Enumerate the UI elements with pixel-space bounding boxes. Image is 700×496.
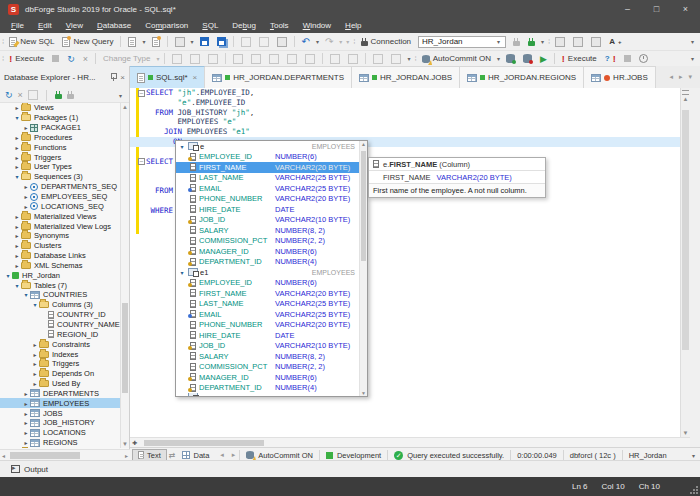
tree-expander-icon[interactable]: ▸ [31, 380, 39, 387]
tree-item-triggers[interactable]: ▸Triggers [0, 359, 121, 369]
tree-item-indexes[interactable]: ▸Indexes [0, 349, 121, 359]
tree-horizontal-scrollbar[interactable]: ◂ ▸ [0, 449, 130, 460]
menu-database[interactable]: Database [90, 18, 138, 33]
scroll-up-icon[interactable]: ▲ [681, 96, 690, 102]
popup-column-e1-department-id[interactable]: DEPARTMENT_IDNUMBER(4) [176, 383, 367, 394]
new-document-button[interactable] [124, 37, 140, 47]
tree-item-constraints[interactable]: ▸Constraints [0, 339, 121, 349]
popup-column-e-phone-number[interactable]: PHONE_NUMBERVARCHAR2(20 BYTE) [176, 194, 367, 205]
popup-column-e1-hire-date[interactable]: HIRE_DATEDATE [176, 330, 367, 341]
menu-file[interactable]: File [4, 18, 31, 33]
tree-item-materialized-view-logs[interactable]: ▸Materialized View Logs [0, 221, 121, 231]
menu-view[interactable]: View [59, 18, 90, 33]
tree-item-regions[interactable]: ▸REGIONS [0, 438, 121, 448]
tree-item-procedures[interactable]: ▸Procedures [0, 133, 121, 143]
tree-expander-icon[interactable]: ▸ [31, 341, 39, 348]
popup-column-e-manager-id[interactable]: MANAGER_IDNUMBER(6) [176, 246, 367, 257]
splitter-handle[interactable] [682, 90, 689, 95]
tree-item-views[interactable]: ▸Views [0, 103, 121, 113]
popup-column-e-commission-pct[interactable]: COMMISSION_PCTNUMBER(2, 2) [176, 236, 367, 247]
tree-item-country-id[interactable]: COUNTRY_ID [0, 310, 121, 320]
attach-button[interactable] [171, 37, 189, 47]
tree-item-jobs[interactable]: ▸JOBS [0, 408, 121, 418]
redo-button[interactable]: ↷ [321, 37, 337, 47]
menu-edit[interactable]: Edit [31, 18, 59, 33]
tree-expander-icon[interactable]: ▸ [13, 104, 21, 111]
tree-item-job-history[interactable]: ▸JOB_HISTORY [0, 418, 121, 428]
stop-execution-button[interactable] [48, 55, 63, 62]
change-type-button[interactable]: Change Type [99, 54, 154, 63]
popup-column-e1-phone-number[interactable]: PHONE_NUMBERVARCHAR2(20 BYTE) [176, 320, 367, 331]
tree-item-functions[interactable]: ▸Functions [0, 142, 121, 152]
popup-column-e1-commission-pct[interactable]: COMMISSION_PCTNUMBER(2, 2) [176, 362, 367, 373]
copy-button[interactable] [255, 37, 273, 47]
minimize-button[interactable]: – [613, 0, 642, 18]
connection-select[interactable]: HR_Jordan▾ [418, 36, 506, 48]
menu-comparison[interactable]: Comparison [138, 18, 195, 33]
redo-caret[interactable]: ▾ [337, 38, 344, 45]
open-file-button[interactable] [148, 37, 164, 47]
explorer-new-connection-icon[interactable] [55, 94, 62, 99]
tree-expander-icon[interactable]: ▸ [31, 370, 39, 377]
explorer-delete-icon[interactable]: × [18, 90, 23, 100]
tree-expander-icon[interactable]: ▸ [31, 360, 39, 367]
query-history-button[interactable] [635, 54, 652, 63]
sql-overflow-caret[interactable]: ▾ [689, 55, 696, 62]
tree-expander-icon[interactable]: ▸ [13, 252, 21, 259]
tree-expander-icon[interactable]: ▾ [22, 291, 30, 298]
popup-group-e1[interactable]: ▾e1EMPLOYEES [176, 267, 367, 278]
outline-button[interactable] [229, 54, 247, 64]
tree-item-depends-on[interactable]: ▸Depends On [0, 369, 121, 379]
popup-column-e1-manager-id[interactable]: MANAGER_IDNUMBER(6) [176, 372, 367, 383]
popup-column-e-salary[interactable]: SALARYNUMBER(8, 2) [176, 225, 367, 236]
scroll-down-icon[interactable]: ▼ [121, 441, 129, 447]
tree-expander-icon[interactable]: ▾ [13, 173, 21, 180]
start-debugging-button[interactable]: ▶ [536, 54, 551, 64]
tree-item-employees-seq[interactable]: ▸EMPLOYEES_SEQ [0, 192, 121, 202]
tree-expander-icon[interactable]: ▸ [13, 154, 21, 161]
tree-expander-icon[interactable]: ▸ [22, 439, 30, 446]
tree-item-departments[interactable]: ▸DEPARTMENTS [0, 388, 121, 398]
tree-item-packages-1[interactable]: ▾Packages (1) [0, 113, 121, 123]
close-button[interactable]: × [671, 0, 700, 18]
tree-item-departments-seq[interactable]: ▸DEPARTMENTS_SEQ [0, 182, 121, 192]
disconnect-button[interactable] [509, 38, 524, 46]
tree-expander-icon[interactable]: ▸ [13, 163, 21, 170]
close-query-button[interactable]: × [79, 54, 92, 64]
tab-scroll-left-icon[interactable]: ◂ [669, 73, 673, 81]
menu-window[interactable]: Window [296, 18, 338, 33]
scrollbar-thumb[interactable] [682, 110, 689, 350]
new-sql-button[interactable]: New SQL [5, 37, 58, 47]
popup-column-e1-salary[interactable]: SALARYNUMBER(8, 2) [176, 351, 367, 362]
sort-descending-button[interactable] [265, 54, 283, 64]
popup-column-e1-job-id[interactable]: JOB_IDVARCHAR2(10 BYTE) [176, 341, 367, 352]
refresh-button[interactable]: ↻ [63, 54, 79, 64]
popup-column-e-hire-date[interactable]: HIRE_DATEDATE [176, 204, 367, 215]
execute-script-button[interactable]: !Execute [558, 54, 601, 64]
tree-item-countries[interactable]: ▾COUNTRIES [0, 290, 121, 300]
tree-expander-icon[interactable]: ▾ [4, 272, 12, 279]
popup-group-e[interactable]: ▾eEMPLOYEES [176, 141, 367, 152]
explorer-refresh-icon[interactable]: ↻ [5, 90, 13, 100]
popup-scrollbar[interactable]: ▲ ▼ [359, 141, 367, 396]
scroll-right-icon[interactable]: ▸ [125, 452, 128, 459]
tree-expander-icon[interactable]: ▸ [22, 124, 30, 131]
popup-column-e-job-id[interactable]: JOB_IDVARCHAR2(10 BYTE) [176, 215, 367, 226]
scroll-up-icon[interactable]: ▲ [360, 141, 367, 147]
explorer-close-icon[interactable]: × [120, 73, 125, 82]
autocommit-status[interactable]: AutoCommit ON [240, 451, 319, 460]
prev-result-icon[interactable]: ◂ [216, 451, 228, 459]
tree-item-triggers[interactable]: ▸Triggers [0, 152, 121, 162]
tab-list-caret[interactable]: ▾ [688, 73, 692, 81]
recent-files-button[interactable] [587, 37, 605, 47]
tree-item-columns-3[interactable]: ▾Columns (3) [0, 300, 121, 310]
tree-vertical-scrollbar[interactable]: ▲ ▼ [120, 103, 129, 448]
formatter-button[interactable] [204, 54, 222, 64]
tree-expander-icon[interactable]: ▸ [13, 262, 21, 269]
pin-icon[interactable] [109, 73, 117, 81]
scrollbar-thumb[interactable] [122, 303, 128, 393]
tree-expander-icon[interactable]: ▸ [22, 400, 30, 407]
snippets-button[interactable] [387, 54, 405, 64]
execute-with-parameters-button[interactable]: ?! [601, 54, 620, 64]
group-expander-icon[interactable]: ▾ [178, 269, 186, 276]
